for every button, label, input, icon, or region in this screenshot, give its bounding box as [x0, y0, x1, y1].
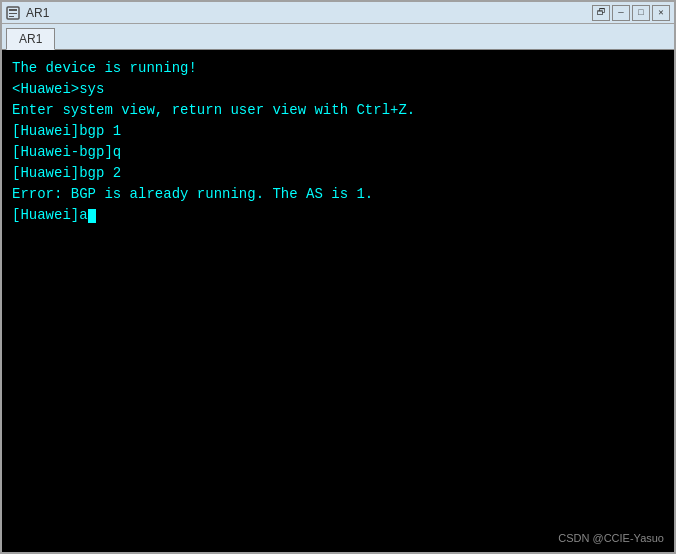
terminal-line: [Huawei-bgp]q — [12, 142, 664, 163]
minimize-button[interactable]: — — [612, 5, 630, 21]
terminal-line: [Huawei]bgp 2 — [12, 163, 664, 184]
terminal-content: The device is running!<Huawei>sysEnter s… — [12, 58, 664, 226]
terminal-line: [Huawei]a — [12, 205, 664, 226]
tab-bar: AR1 — [2, 24, 674, 50]
svg-rect-3 — [9, 16, 14, 17]
window-icon — [6, 6, 20, 20]
close-button[interactable]: ✕ — [652, 5, 670, 21]
terminal-line: <Huawei>sys — [12, 79, 664, 100]
window-title: AR1 — [26, 6, 49, 20]
terminal-line: Error: BGP is already running. The AS is… — [12, 184, 664, 205]
main-window: AR1 🗗 — □ ✕ AR1 The device is running!<H… — [0, 0, 676, 554]
svg-rect-1 — [9, 9, 17, 11]
watermark: CSDN @CCIE-Yasuo — [558, 532, 664, 544]
tab-ar1[interactable]: AR1 — [6, 28, 55, 50]
restore-button[interactable]: 🗗 — [592, 5, 610, 21]
title-bar-left: AR1 — [6, 6, 49, 20]
terminal-line: The device is running! — [12, 58, 664, 79]
title-bar: AR1 🗗 — □ ✕ — [2, 2, 674, 24]
maximize-button[interactable]: □ — [632, 5, 650, 21]
terminal-line: [Huawei]bgp 1 — [12, 121, 664, 142]
terminal-line: Enter system view, return user view with… — [12, 100, 664, 121]
title-bar-controls: 🗗 — □ ✕ — [592, 5, 670, 21]
terminal-cursor — [88, 209, 96, 223]
svg-rect-2 — [9, 13, 17, 14]
terminal-area[interactable]: The device is running!<Huawei>sysEnter s… — [2, 50, 674, 552]
